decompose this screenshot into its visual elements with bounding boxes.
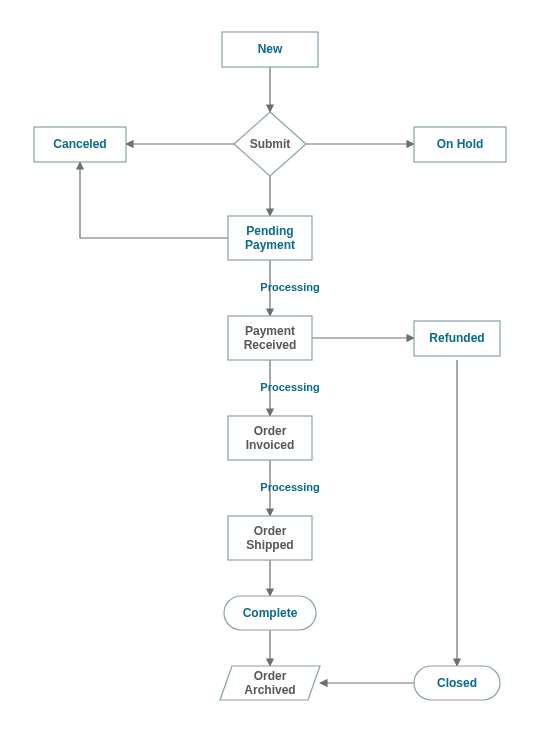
node-order-shipped-l2: Shipped — [246, 538, 293, 552]
node-order-invoiced: Order Invoiced — [228, 416, 312, 460]
node-canceled-label: Canceled — [53, 137, 106, 151]
node-order-shipped: Order Shipped — [228, 516, 312, 560]
node-order-shipped-l1: Order — [254, 524, 287, 538]
node-new: New — [222, 32, 318, 67]
node-new-label: New — [258, 42, 283, 56]
node-payment-received-l2: Received — [244, 338, 297, 352]
node-canceled: Canceled — [34, 127, 126, 162]
edge-label-processing-1: Processing — [260, 281, 319, 293]
order-workflow-diagram: Processing Processing Processing New Sub… — [0, 0, 555, 733]
node-closed-label: Closed — [437, 676, 477, 690]
node-submit: Submit — [234, 112, 306, 176]
node-pending-payment-l1: Pending — [246, 224, 293, 238]
node-order-archived: Order Archived — [220, 666, 320, 700]
node-pending-payment: Pending Payment — [228, 216, 312, 260]
node-refunded-label: Refunded — [429, 331, 484, 345]
node-complete: Complete — [224, 596, 316, 630]
node-payment-received-l1: Payment — [245, 324, 295, 338]
node-payment-received: Payment Received — [228, 316, 312, 360]
edge-label-processing-2: Processing — [260, 381, 319, 393]
node-pending-payment-l2: Payment — [245, 238, 295, 252]
node-on-hold-label: On Hold — [437, 137, 484, 151]
node-order-archived-l1: Order — [254, 669, 287, 683]
node-closed: Closed — [414, 666, 500, 700]
node-order-invoiced-l2: Invoiced — [246, 438, 295, 452]
node-order-invoiced-l1: Order — [254, 424, 287, 438]
node-complete-label: Complete — [243, 606, 298, 620]
node-submit-label: Submit — [250, 137, 291, 151]
edge-label-processing-3: Processing — [260, 481, 319, 493]
node-on-hold: On Hold — [414, 127, 506, 162]
node-order-archived-l2: Archived — [244, 683, 295, 697]
node-refunded: Refunded — [414, 321, 500, 356]
